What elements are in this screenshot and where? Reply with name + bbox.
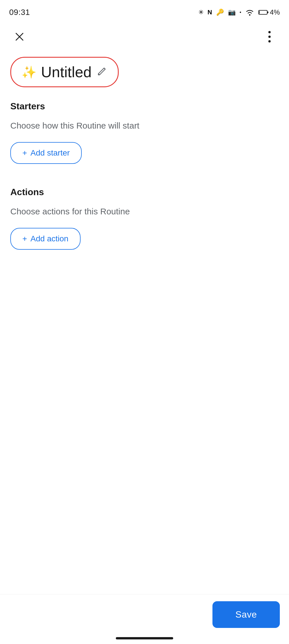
svg-point-6 [268,31,271,33]
more-options-button[interactable] [259,26,280,47]
save-button[interactable]: Save [212,601,280,628]
add-starter-button[interactable]: + Add starter [10,142,82,164]
routine-title: Untitled [41,63,91,81]
svg-point-7 [268,36,271,38]
add-starter-label: Add starter [30,148,70,158]
battery-indicator: 4% [258,8,280,16]
n-icon: N [208,9,212,16]
magic-wand-icon: ✨ [22,65,36,79]
svg-rect-3 [267,11,268,13]
starters-title: Starters [10,101,279,112]
actions-title: Actions [10,187,279,197]
actions-section: Actions Choose actions for this Routine … [10,187,279,268]
main-content: ✨ Untitled Starters Choose how this Rout… [0,51,289,330]
svg-point-0 [249,14,251,16]
instagram-icon: 📷 [228,9,236,16]
edit-icon[interactable] [97,66,108,79]
home-indicator [116,637,173,639]
add-action-label: Add action [30,234,68,243]
starters-description: Choose how this Routine will start [10,120,279,132]
svg-rect-1 [259,10,267,14]
plus-icon: + [22,148,27,158]
plus-icon-action: + [22,234,27,243]
starters-section: Starters Choose how this Routine will st… [10,101,279,182]
app-bar [0,22,289,51]
routine-title-row[interactable]: ✨ Untitled [10,57,119,87]
wifi-icon [245,9,254,16]
notification-icon: ✳ [198,9,204,16]
svg-point-8 [268,40,271,42]
status-icons: ✳ N 🔑 📷 • 4% [198,8,280,16]
status-time: 09:31 [9,8,30,17]
status-bar: 09:31 ✳ N 🔑 📷 • 4% [0,0,289,22]
key-icon: 🔑 [216,9,224,16]
add-action-button[interactable]: + Add action [10,228,81,250]
bottom-bar: Save [0,594,289,644]
actions-description: Choose actions for this Routine [10,205,279,218]
battery-percent: 4% [270,8,280,16]
svg-rect-2 [259,11,260,14]
dot-icon: • [240,10,241,15]
close-button[interactable] [9,26,30,47]
